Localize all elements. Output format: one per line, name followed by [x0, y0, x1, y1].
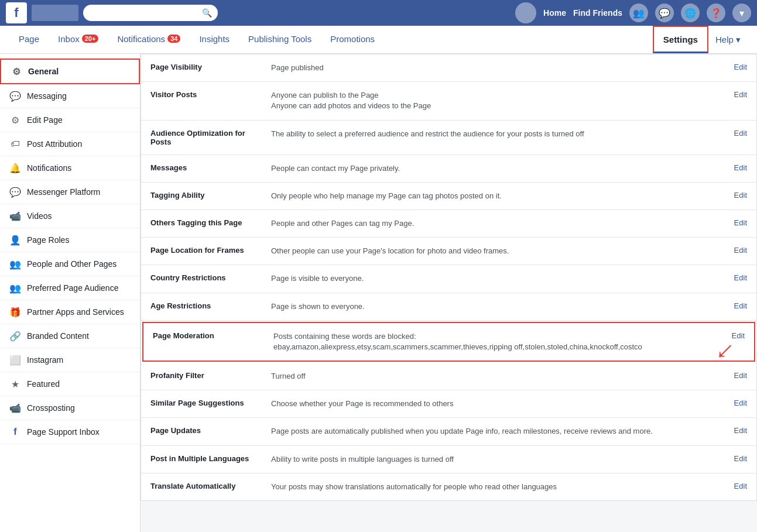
settings-value-7: Page is visible to everyone.: [262, 273, 729, 284]
settings-row-tagging-ability: Tagging AbilityOnly people who help mana…: [141, 183, 756, 210]
settings-edit-button-5[interactable]: Edit: [729, 218, 747, 227]
tab-promotions[interactable]: Promotions: [321, 26, 384, 53]
settings-row-page-updates: Page UpdatesPage posts are automatically…: [141, 418, 756, 445]
sidebar-item-partner-apps[interactable]: 🎁 Partner Apps and Services: [0, 300, 140, 324]
featured-icon: ★: [9, 378, 21, 390]
sidebar-label-partner-apps: Partner Apps and Services: [27, 307, 124, 317]
settings-edit-button-12[interactable]: Edit: [729, 426, 747, 435]
sidebar-label-notifications: Notifications: [27, 163, 71, 173]
videos-icon: 📹: [9, 210, 21, 222]
messaging-icon: 💬: [9, 90, 21, 102]
settings-label-14: Translate Automatically: [150, 482, 262, 490]
sidebar-item-instagram[interactable]: ⬜ Instagram: [0, 348, 140, 372]
settings-edit-button-8[interactable]: Edit: [729, 301, 747, 310]
sidebar-item-featured[interactable]: ★ Featured: [0, 372, 140, 396]
profile-blurred: [32, 5, 78, 21]
settings-content-area: Page VisibilityPage publishedEditVisitor…: [141, 54, 757, 532]
settings-value-9: Posts containing these words are blocked…: [264, 331, 727, 352]
settings-edit-button-4[interactable]: Edit: [729, 191, 747, 200]
settings-label-9: Page Moderation: [153, 331, 264, 340]
top-bar-right-section: Home Find Friends 👥 💬 🌐 ❓ ▾: [515, 2, 751, 23]
sidebar-item-messenger-platform[interactable]: 💬 Messenger Platform: [0, 180, 140, 204]
inbox-badge: 20+: [82, 35, 99, 43]
settings-edit-button-14[interactable]: Edit: [729, 482, 747, 490]
globe-icon[interactable]: 🌐: [681, 4, 700, 22]
settings-value-12: Page posts are automatically published w…: [262, 426, 729, 437]
gear-icon: ⚙: [11, 66, 22, 77]
search-icon: 🔍: [202, 8, 212, 18]
settings-row-profanity-filter: Profanity FilterTurned offEdit: [141, 363, 756, 390]
sidebar-item-messaging[interactable]: 💬 Messaging: [0, 84, 140, 108]
settings-edit-button-10[interactable]: Edit: [729, 371, 747, 380]
settings-edit-button-0[interactable]: Edit: [729, 63, 747, 71]
sidebar-label-post-attribution: Post Attribution: [27, 139, 82, 149]
settings-row-similar-page-suggestions: Similar Page SuggestionsChoose whether y…: [141, 390, 756, 418]
help-icon[interactable]: ❓: [707, 4, 725, 22]
post-attribution-icon: 🏷: [9, 138, 21, 150]
settings-label-12: Page Updates: [150, 426, 262, 435]
sidebar-item-page-support-inbox[interactable]: f Page Support Inbox: [0, 420, 140, 444]
sidebar-item-notifications[interactable]: 🔔 Notifications: [0, 156, 140, 180]
sidebar-label-messenger-platform: Messenger Platform: [27, 187, 100, 197]
settings-row-messages: MessagesPeople can contact my Page priva…: [141, 155, 756, 183]
sidebar-item-people-and-other-pages[interactable]: 👥 People and Other Pages: [0, 252, 140, 276]
sidebar-item-videos[interactable]: 📹 Videos: [0, 204, 140, 228]
settings-edit-button-3[interactable]: Edit: [729, 163, 747, 172]
sidebar-item-crossposting[interactable]: 📹 Crossposting: [0, 396, 140, 420]
home-link[interactable]: Home: [543, 8, 566, 18]
settings-value-14: Your posts may show translations automat…: [262, 482, 729, 492]
settings-label-5: Others Tagging this Page: [150, 218, 262, 227]
settings-edit-button-11[interactable]: Edit: [729, 399, 747, 407]
settings-value-3: People can contact my Page privately.: [262, 163, 729, 174]
dropdown-arrow-icon[interactable]: ▾: [732, 4, 751, 22]
page-support-icon: f: [9, 426, 21, 438]
settings-label-2: Audience Optimization for Posts: [150, 129, 262, 146]
settings-value-4: Only people who help manage my Page can …: [262, 191, 729, 201]
tab-notifications[interactable]: Notifications 34: [108, 26, 190, 53]
settings-row-page-moderation: Page ModerationPosts containing these wo…: [142, 322, 755, 362]
find-friends-link[interactable]: Find Friends: [573, 8, 622, 18]
branded-content-icon: 🔗: [9, 330, 21, 342]
settings-row-translate-automatically: Translate AutomaticallyYour posts may sh…: [141, 473, 756, 500]
search-input[interactable]: [89, 9, 202, 18]
settings-label-0: Page Visibility: [150, 63, 262, 71]
tab-publishing-tools[interactable]: Publishing Tools: [239, 26, 321, 53]
settings-edit-button-6[interactable]: Edit: [729, 246, 747, 255]
tab-settings[interactable]: Settings: [653, 26, 708, 53]
messenger-icon[interactable]: 💬: [655, 4, 674, 22]
sidebar-item-general[interactable]: ⚙ General: [0, 59, 140, 84]
sidebar-item-post-attribution[interactable]: 🏷 Post Attribution: [0, 132, 140, 156]
tab-help[interactable]: Help ▾: [708, 26, 748, 53]
search-bar[interactable]: 🔍: [83, 5, 218, 21]
settings-edit-button-2[interactable]: Edit: [729, 129, 747, 138]
sidebar: ⚙ General 💬 Messaging ⚙ Edit Page 🏷 Post…: [0, 54, 141, 532]
settings-row-age-restrictions: Age RestrictionsPage is shown to everyon…: [141, 293, 756, 321]
friends-icon[interactable]: 👥: [629, 4, 648, 22]
settings-row-country-restrictions: Country RestrictionsPage is visible to e…: [141, 265, 756, 293]
facebook-logo: f: [6, 2, 27, 23]
settings-row-page-visibility: Page VisibilityPage publishedEdit: [141, 54, 756, 82]
settings-label-3: Messages: [150, 163, 262, 172]
tab-inbox[interactable]: Inbox 20+: [49, 26, 108, 53]
settings-edit-button-13[interactable]: Edit: [729, 454, 747, 463]
messenger-platform-icon: 💬: [9, 186, 21, 198]
settings-label-1: Visitor Posts: [150, 90, 262, 99]
sidebar-item-preferred-page-audience[interactable]: 👥 Preferred Page Audience: [0, 276, 140, 300]
sidebar-label-page-support-inbox: Page Support Inbox: [27, 427, 100, 437]
top-navigation-bar: f 🔍 Home Find Friends 👥 💬 🌐 ❓ ▾: [0, 0, 757, 26]
sidebar-item-page-roles[interactable]: 👤 Page Roles: [0, 228, 140, 252]
settings-value-6: Other people can use your Page's locatio…: [262, 246, 729, 256]
settings-edit-button-9[interactable]: Edit: [727, 331, 745, 340]
sidebar-item-edit-page[interactable]: ⚙ Edit Page: [0, 108, 140, 132]
partner-apps-icon: 🎁: [9, 306, 21, 318]
sidebar-item-branded-content[interactable]: 🔗 Branded Content: [0, 324, 140, 348]
settings-value-5: People and other Pages can tag my Page.: [262, 218, 729, 229]
sidebar-label-crossposting: Crossposting: [27, 403, 75, 413]
tab-page[interactable]: Page: [9, 26, 49, 53]
settings-row-post-in-multiple-languages: Post in Multiple LanguagesAbility to wri…: [141, 446, 756, 473]
settings-edit-button-7[interactable]: Edit: [729, 273, 747, 282]
settings-value-11: Choose whether your Page is recommended …: [262, 399, 729, 409]
tab-insights[interactable]: Insights: [190, 26, 239, 53]
settings-edit-button-1[interactable]: Edit: [729, 90, 747, 99]
settings-row-audience-optimization-for-posts: Audience Optimization for PostsThe abili…: [141, 121, 756, 155]
